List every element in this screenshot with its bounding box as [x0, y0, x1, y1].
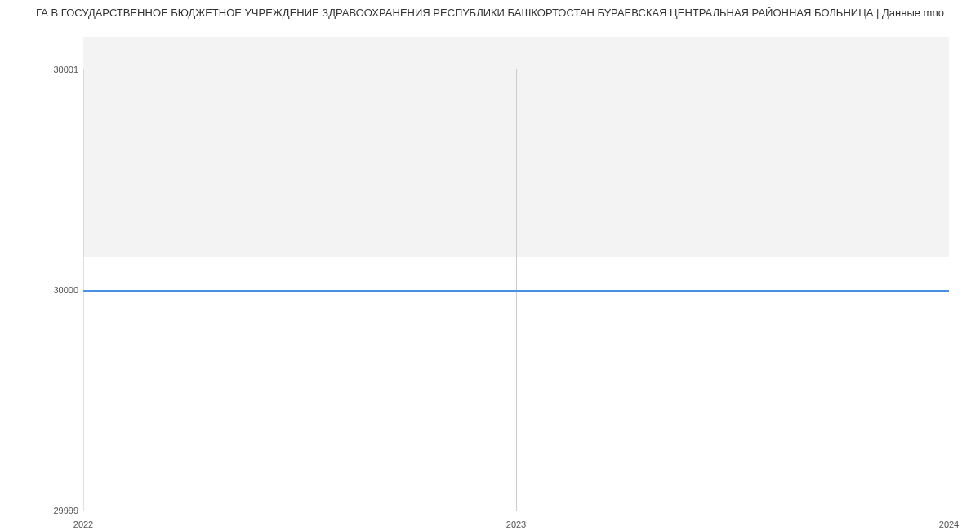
x-tick-label: 2024 [939, 520, 959, 529]
y-tick-label: 30000 [53, 285, 78, 295]
chart-container: 30001 30000 29999 2022 2023 2024 [0, 33, 980, 523]
x-tick-label: 2022 [74, 520, 93, 529]
chart-title: ГА В ГОСУДАРСТВЕННОЕ БЮДЖЕТНОЕ УЧРЕЖДЕНИ… [0, 7, 980, 19]
y-tick-label: 30001 [53, 65, 78, 74]
y-tick-label: 29999 [53, 506, 78, 515]
x-tick-label: 2023 [506, 520, 526, 529]
data-line-series [83, 290, 949, 292]
